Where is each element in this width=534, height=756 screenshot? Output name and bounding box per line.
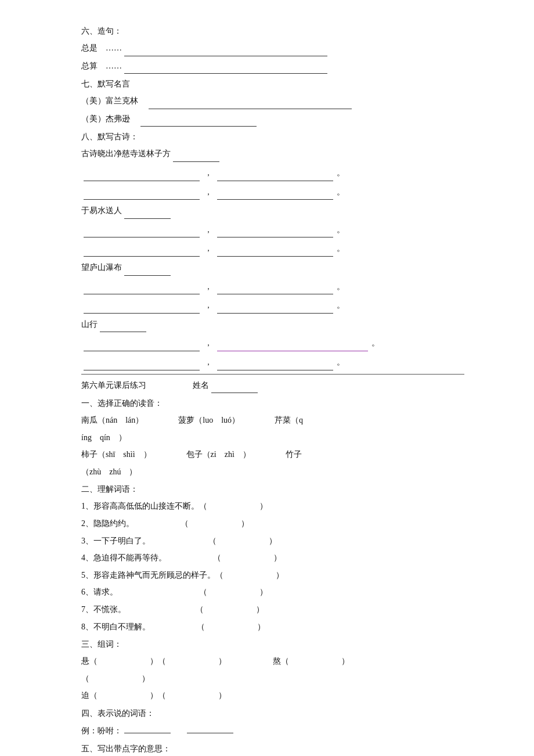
poem1-title: 古诗晓出净慈寺送林子方 <box>81 146 171 162</box>
poem3-title-line: 望庐山瀑布 <box>81 260 464 276</box>
words-row-2b: （zhù zhú ） <box>81 465 464 480</box>
word-4: 柿子（shī shìì ） <box>81 447 151 463</box>
two-item-3: 3、一下子明白了。 （） <box>81 534 464 549</box>
poem2-line-1: ， 。 <box>81 222 464 238</box>
poem1-blank-1b <box>217 171 333 181</box>
section-eight: 八、默写古诗： 古诗晓出净慈寺送林子方 ， 。 ， 。 于易水送人 ， 。 <box>81 129 464 370</box>
separator-line <box>81 374 464 375</box>
poem3-line-1: ， 。 <box>81 279 464 295</box>
poem2-blank-2a <box>84 246 200 257</box>
word-6b: （zhù zhú ） <box>81 465 137 480</box>
words-row-2: 柿子（shī shìì ） 包子（zi zhì ） 竹子 <box>81 447 464 463</box>
poem4-line-1: ， 。 <box>81 336 464 351</box>
two-item-4: 4、急迫得不能再等待。 （） <box>81 550 464 566</box>
poem2-blank-2b <box>217 246 333 257</box>
word-5: 包子（zi zhì ） <box>186 447 251 463</box>
section-three-title: 三、组词： <box>81 636 464 653</box>
poem3-blank-2a <box>84 303 200 314</box>
word-6a: 竹子 <box>286 447 302 463</box>
words-row-1: 南瓜（nán lán） 菠萝（luo luó） 芹菜（q <box>81 413 464 429</box>
seven-line-1: （美）富兰克林 <box>81 93 464 109</box>
page-content: 六、造句： 总是 …… 总算 …… 七、默写名言 （美）富兰克林 （美）杰弗逊 … <box>81 23 464 756</box>
word-3a: 芹菜（q <box>275 413 303 429</box>
poem3-blank-1a <box>84 284 200 294</box>
poem1-blank-1a <box>84 171 200 181</box>
section-five-title: 五、写出带点字的意思： <box>81 741 464 756</box>
section-eight-title: 八、默写古诗： <box>81 129 464 145</box>
six-blank-2 <box>124 63 327 74</box>
three-row-3: 迫（）（） <box>81 688 464 704</box>
name-label: 姓名 <box>193 378 209 394</box>
poem2-blank-title <box>124 208 171 219</box>
four-example-text: 例：吩咐： <box>81 723 122 739</box>
poem3-blank-title <box>124 265 171 276</box>
three-row-2: （） <box>81 671 464 687</box>
section-six: 六、造句： 总是 …… 总算 …… <box>81 23 464 74</box>
four-blank-1 <box>124 723 171 733</box>
poem2-line-2: ， 。 <box>81 241 464 257</box>
poem1-blank-2a <box>84 189 200 200</box>
section-one-title: 一、选择正确的读音： <box>81 395 464 412</box>
section-four: 四、表示说的词语： 例：吩咐： <box>81 705 464 739</box>
section-one: 一、选择正确的读音： 南瓜（nán lán） 菠萝（luo luó） 芹菜（q … <box>81 395 464 480</box>
seven-label-2: （美）杰弗逊 <box>81 111 138 127</box>
two-item-1: 1、形容高高低低的山接连不断。（） <box>81 499 464 514</box>
poem4-line-2: ， 。 <box>81 355 464 370</box>
name-blank <box>211 383 258 393</box>
section-two: 二、理解词语： 1、形容高高低低的山接连不断。（） 2、隐隐约约。 （） 3、一… <box>81 481 464 635</box>
poem4-blank-title <box>100 322 146 332</box>
section-six-title: 六、造句： <box>81 23 464 39</box>
four-blank-2 <box>187 723 233 733</box>
word-1: 南瓜（nán lán） <box>81 413 143 429</box>
poem2-blank-1a <box>84 227 200 237</box>
two-item-8: 8、不明白不理解。 （） <box>81 620 464 635</box>
section-five: 五、写出带点字的意思： 更赢是古时候魏国有名的射箭能手（） 那只大雁直往上飞，拍… <box>81 741 464 756</box>
poem2-title-line: 于易水送人 <box>81 203 464 219</box>
six-blank-1 <box>124 46 327 56</box>
six-line-1: 总是 …… <box>81 41 464 56</box>
poem1-line-1: ， 。 <box>81 165 464 181</box>
two-item-6: 6、请求。 （） <box>81 585 464 600</box>
seven-blank-2 <box>140 116 257 127</box>
poem3-line-2: ， 。 <box>81 298 464 314</box>
section-seven-title: 七、默写名言 <box>81 76 464 92</box>
two-item-2: 2、隐隐约约。 （） <box>81 516 464 532</box>
six-label-1: 总是 …… <box>81 41 122 56</box>
poem1-blank-title <box>173 152 219 162</box>
unit-six-label: 第六单元课后练习 <box>81 378 146 394</box>
word-2: 菠萝（luo luó） <box>178 413 240 429</box>
seven-blank-1 <box>149 99 352 109</box>
two-item-7: 7、不慌张。 （） <box>81 602 464 618</box>
two-item-5: 5、形容走路神气而无所顾忌的样子。（） <box>81 568 464 584</box>
poem4-blank-2a <box>84 360 200 370</box>
poem3-blank-1b <box>217 284 333 294</box>
seven-line-2: （美）杰弗逊 <box>81 111 464 127</box>
poem1-title-line: 古诗晓出净慈寺送林子方 <box>81 146 464 162</box>
six-line-2: 总算 …… <box>81 59 464 74</box>
poem4-blank-1b <box>217 341 368 351</box>
section-four-title: 四、表示说的词语： <box>81 705 464 722</box>
section-seven: 七、默写名言 （美）富兰克林 （美）杰弗逊 <box>81 76 464 127</box>
four-example: 例：吩咐： <box>81 723 464 739</box>
poem4-blank-1a <box>84 341 200 351</box>
section-two-title: 二、理解词语： <box>81 481 464 498</box>
poem3-title: 望庐山瀑布 <box>81 260 122 276</box>
poem1-blank-2b <box>217 189 333 200</box>
unit-six-header: 第六单元课后练习 姓名 <box>81 378 464 394</box>
seven-label-1: （美）富兰克林 <box>81 93 146 109</box>
poem2-blank-1b <box>217 227 333 237</box>
section-three: 三、组词： 悬（）（） 熬（） （） 迫（）（） <box>81 636 464 704</box>
poem3-blank-2b <box>217 303 333 314</box>
words-row-1b: íng qín ） <box>81 430 464 446</box>
six-label-2: 总算 …… <box>81 59 122 74</box>
word-3b: íng qín ） <box>81 430 127 446</box>
poem1-line-2: ， 。 <box>81 185 464 200</box>
poem2-title: 于易水送人 <box>81 203 122 219</box>
poem4-title-line: 山行 <box>81 317 464 333</box>
poem4-title: 山行 <box>81 317 98 333</box>
three-row-1: 悬（）（） 熬（） <box>81 654 464 669</box>
poem4-blank-2b <box>217 360 333 370</box>
